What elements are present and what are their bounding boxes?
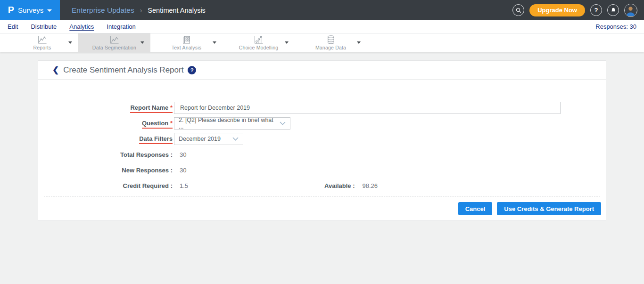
caret-down-icon[interactable]	[68, 41, 72, 44]
data-filters-row: Data Filters December 2019	[38, 133, 606, 145]
required-asterisk: *	[170, 104, 173, 111]
nav-item-integration[interactable]: Integration	[107, 23, 135, 30]
caret-down-icon[interactable]	[140, 41, 144, 44]
bell-icon	[610, 7, 617, 14]
total-responses-row: Total Responses : 30	[38, 148, 606, 161]
report-name-row: Report Name *	[38, 102, 606, 114]
nav-item-distribute[interactable]: Distribute	[31, 23, 57, 30]
create-report-panel: ❮ Create Sentiment Analysis Report ? Rep…	[38, 60, 606, 221]
chevron-down-icon	[280, 122, 286, 125]
toolbar-item-reports[interactable]: Reports	[6, 33, 78, 52]
caret-down-icon[interactable]	[357, 41, 361, 44]
chevron-down-icon	[232, 137, 239, 141]
surveys-menu[interactable]: P Surveys	[0, 0, 60, 20]
new-responses-label: New Responses :	[122, 167, 173, 174]
breadcrumb-separator: ›	[140, 7, 142, 14]
report-name-input[interactable]	[174, 102, 561, 114]
credit-required-row: Credit Required : 1.5 Available : 98.26	[38, 179, 606, 192]
credit-required-label: Credit Required :	[123, 182, 173, 189]
data-filters-select[interactable]: December 2019	[174, 133, 243, 145]
question-select[interactable]: 2. [Q2] Please describe in brief what ..…	[174, 117, 290, 130]
question-label: Question *	[142, 120, 173, 129]
toolbar-item-label: Choice Modelling	[239, 45, 279, 50]
toolbar-item-label: Manage Data	[315, 45, 346, 50]
analytics-toolbar: Reports Data Segmentation Text Analysis	[0, 33, 644, 52]
toolbar-item-data-segmentation[interactable]: Data Segmentation	[78, 33, 150, 52]
report-name-label: Report Name *	[130, 104, 173, 113]
search-button[interactable]	[512, 4, 524, 16]
cancel-button[interactable]: Cancel	[458, 202, 493, 215]
breadcrumb-parent[interactable]: Enterprise Updates	[72, 6, 134, 15]
avatar[interactable]	[624, 4, 637, 17]
line-chart-icon	[37, 35, 48, 44]
question-row: Question * 2. [Q2] Please describe in br…	[38, 117, 606, 130]
total-responses-value: 30	[180, 151, 186, 158]
survey-nav: Edit Distribute Analytics Integration Re…	[0, 20, 644, 33]
credit-required-value: 1.5	[180, 182, 324, 189]
help-button[interactable]: ?	[590, 4, 602, 16]
search-icon	[515, 7, 522, 14]
question-help-icon[interactable]: ?	[188, 66, 196, 74]
notifications-button[interactable]	[607, 4, 619, 16]
generate-report-button[interactable]: Use Credits & Generate Report	[497, 202, 601, 215]
top-bar: P Surveys Enterprise Updates › Sentiment…	[0, 0, 644, 20]
toolbar-item-manage-data[interactable]: Manage Data	[295, 33, 367, 52]
brand-logo: P	[8, 4, 14, 16]
page-title: Create Sentiment Analysis Report	[63, 65, 183, 75]
panel-footer: Cancel Use Credits & Generate Report	[38, 196, 606, 220]
available-value: 98.26	[363, 182, 378, 189]
responses-count[interactable]: Responses: 30	[595, 23, 636, 30]
toolbar-item-label: Text Analysis	[172, 45, 201, 50]
back-chevron-icon[interactable]: ❮	[52, 66, 59, 74]
upgrade-now-button[interactable]: Upgrade Now	[529, 4, 585, 16]
required-asterisk: *	[170, 120, 173, 127]
nav-item-analytics[interactable]: Analytics	[69, 23, 94, 30]
toolbar-item-label: Data Segmentation	[92, 45, 136, 50]
caret-down-icon[interactable]	[213, 41, 216, 44]
breadcrumb: Enterprise Updates › Sentiment Analysis	[72, 6, 206, 15]
breadcrumb-current: Sentiment Analysis	[148, 7, 206, 14]
toolbar-item-label: Reports	[33, 45, 51, 50]
scatter-chart-icon	[109, 35, 120, 44]
nav-item-edit[interactable]: Edit	[8, 23, 18, 30]
chevron-down-icon	[47, 9, 52, 12]
data-filters-selected-value: December 2019	[179, 136, 221, 142]
new-responses-value: 30	[180, 167, 186, 174]
topbar-actions: Upgrade Now ?	[512, 4, 644, 17]
available-label: Available :	[324, 182, 355, 189]
report-form: Report Name * Question * 2. [Q2] Please …	[38, 80, 606, 192]
product-name: Surveys	[18, 6, 43, 14]
new-responses-row: New Responses : 30	[38, 164, 606, 176]
help-icon: ?	[594, 7, 598, 14]
dot-chart-icon	[253, 35, 264, 44]
database-icon	[326, 35, 336, 44]
toolbar-item-text-analysis[interactable]: Text Analysis	[150, 33, 223, 52]
panel-header: ❮ Create Sentiment Analysis Report ?	[38, 61, 606, 80]
total-responses-label: Total Responses :	[120, 151, 173, 158]
toolbar-item-choice-modelling[interactable]: Choice Modelling	[223, 33, 295, 52]
data-filters-label: Data Filters	[139, 135, 173, 144]
avatar-image	[625, 4, 636, 16]
document-grid-icon	[182, 35, 192, 44]
question-selected-value: 2. [Q2] Please describe in brief what ..…	[179, 117, 280, 130]
caret-down-icon[interactable]	[285, 41, 289, 44]
